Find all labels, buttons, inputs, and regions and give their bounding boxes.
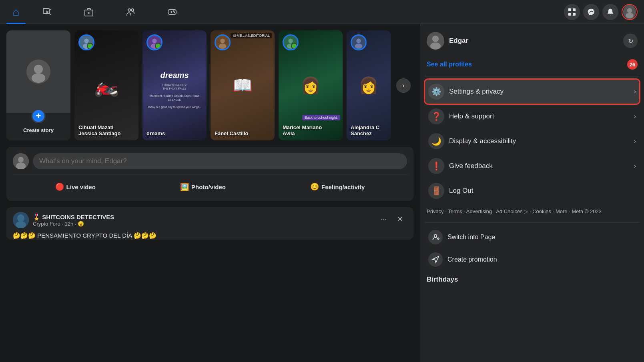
live-video-button[interactable]: 🔴 Live video: [49, 179, 102, 194]
svg-point-35: [287, 44, 295, 49]
terms-link[interactable]: Terms: [448, 208, 462, 214]
display-accessibility-label: Display & accessibility: [449, 137, 516, 145]
logout-menu-item[interactable]: 🚪 Log Out: [425, 179, 639, 203]
create-promotion-item[interactable]: Create promotion: [425, 248, 639, 271]
cookies-link[interactable]: Cookies: [532, 208, 551, 214]
story-username-2: dreams: [146, 130, 203, 136]
privacy-link[interactable]: Privacy: [427, 208, 444, 214]
nav-groups-button[interactable]: [110, 2, 150, 22]
svg-point-29: [151, 44, 158, 49]
story-card-2[interactable]: dreams TODAY'S ENERGY:THE FRUIT FALLSMah…: [142, 30, 207, 140]
logout-left: 🚪 Log Out: [428, 183, 473, 199]
profile-avatar: [427, 32, 444, 50]
svg-rect-16: [568, 13, 571, 16]
create-promotion-icon: [428, 252, 443, 267]
messenger-button[interactable]: [583, 4, 599, 20]
live-video-icon: 🔴: [55, 182, 64, 191]
help-support-label: Help & support: [449, 112, 494, 120]
give-feedback-chevron: ›: [634, 162, 636, 170]
post-actions-right: ··· ✕: [377, 212, 407, 226]
svg-point-12: [173, 11, 174, 12]
svg-point-48: [434, 235, 437, 238]
switch-into-page-icon: [428, 230, 443, 244]
photo-video-label: Photo/video: [191, 184, 226, 190]
post-header: 🎖️ SHITCOINS DETECTIVES Crypto Foro · 12…: [13, 212, 407, 228]
post-time: 12h: [65, 221, 74, 227]
grid-menu-button[interactable]: [564, 4, 580, 20]
post-card-1: 🎖️ SHITCOINS DETECTIVES Crypto Foro · 12…: [6, 207, 413, 240]
display-accessibility-menu-item[interactable]: 🌙 Display & accessibility ›: [425, 129, 639, 153]
composer-input[interactable]: [33, 153, 407, 169]
svg-rect-14: [568, 8, 571, 11]
display-accessibility-left: 🌙 Display & accessibility: [428, 133, 516, 149]
profile-avatar-button[interactable]: [622, 4, 638, 20]
see-all-profiles-link[interactable]: See all profiles: [427, 61, 472, 68]
story-avatar-4: [283, 34, 299, 50]
profile-section: Edgar ↻: [425, 29, 639, 56]
stories-next-button[interactable]: ›: [396, 78, 411, 93]
photo-video-button[interactable]: 🖼️ Photo/video: [174, 179, 232, 194]
svg-point-28: [152, 39, 156, 43]
topnav: ⌂: [0, 0, 644, 24]
svg-rect-17: [573, 13, 576, 16]
settings-privacy-chevron: ›: [634, 88, 636, 95]
nav-home-button[interactable]: ⌂: [6, 2, 26, 22]
svg-point-32: [219, 44, 227, 49]
give-feedback-menu-item[interactable]: ❗ Give feedback ›: [425, 154, 639, 178]
avatar: [623, 5, 636, 19]
home-icon: ⌂: [13, 6, 20, 18]
svg-point-13: [174, 12, 175, 13]
settings-privacy-icon: ⚙️: [428, 84, 444, 100]
post-separator2: ·: [75, 221, 78, 227]
post-close-button[interactable]: ✕: [393, 212, 407, 226]
profile-info: Edgar: [427, 32, 468, 50]
story-username-5: Alejandra CSanchez: [351, 124, 387, 136]
svg-point-34: [288, 39, 293, 43]
give-feedback-left: ❗ Give feedback: [428, 158, 493, 174]
logout-label: Log Out: [449, 187, 473, 195]
see-all-profiles: See all profiles 26: [425, 56, 639, 76]
story-username-3: Fánel Castillo: [215, 130, 271, 136]
story-card-1[interactable]: 🏍️ Cihuatl MazatlJessica Santiago: [74, 30, 138, 140]
composer-top: [13, 153, 407, 169]
give-feedback-icon: ❗: [428, 158, 444, 174]
story-card-4[interactable]: 👩 Maricel MarianoAvila Back to school ni…: [279, 30, 343, 140]
create-story-card[interactable]: + Create story: [6, 30, 70, 140]
composer-divider: [13, 174, 407, 174]
settings-privacy-menu-item[interactable]: ⚙️ Settings & privacy ›: [425, 80, 639, 104]
more-link[interactable]: More: [556, 208, 568, 214]
grid-icon: [568, 8, 576, 16]
create-story-label: Create story: [23, 127, 54, 133]
story-card-3[interactable]: 📖 Fánel Castillo @ME...AS.EDITORIAL: [211, 30, 275, 140]
birthdays-title: Birthdays: [427, 276, 458, 283]
post-composer: 🔴 Live video 🖼️ Photo/video 😊 Feeling/ac…: [6, 147, 413, 201]
create-story-plus-button[interactable]: +: [31, 109, 46, 123]
ad-choices-link[interactable]: Ad Choices ▷: [496, 208, 528, 214]
profile-refresh-button[interactable]: ↻: [623, 34, 638, 48]
help-support-left: ❓ Help & support: [428, 108, 494, 124]
display-accessibility-chevron: ›: [634, 138, 636, 145]
post-username: 🎖️ SHITCOINS DETECTIVES: [33, 214, 114, 221]
profile-name: Edgar: [449, 37, 468, 45]
help-support-menu-item[interactable]: ❓ Help & support ›: [425, 104, 639, 128]
nav-marketplace-button[interactable]: [69, 2, 109, 22]
switch-into-page-item[interactable]: Switch into Page: [425, 226, 639, 248]
post-user-details: 🎖️ SHITCOINS DETECTIVES Crypto Foro · 12…: [33, 214, 114, 227]
advertising-link[interactable]: Advertising: [466, 208, 492, 214]
story-avatar-1: [78, 34, 94, 50]
feeling-activity-label: Feeling/activity: [321, 184, 365, 190]
nav-watch-button[interactable]: [27, 2, 67, 22]
svg-point-40: [18, 157, 24, 162]
post-separator: ·: [62, 221, 64, 227]
story-card-5[interactable]: 👩 Alejandra CSanchez: [347, 30, 391, 140]
feeling-activity-icon: 😊: [310, 182, 319, 191]
create-story-avatar-area: [6, 30, 70, 113]
post-more-button[interactable]: ···: [377, 212, 391, 226]
svg-point-25: [84, 39, 88, 43]
meta-copyright: Meta © 2023: [572, 208, 602, 214]
nav-gaming-button[interactable]: [152, 2, 192, 22]
feeling-activity-button[interactable]: 😊 Feeling/activity: [304, 179, 371, 194]
svg-point-26: [83, 44, 90, 49]
post-text: 🤔🤔🤔 PENSAMIENTO CRYPTO DEL DÍA 🤔🤔🤔: [13, 231, 407, 240]
notifications-button[interactable]: [602, 4, 618, 20]
